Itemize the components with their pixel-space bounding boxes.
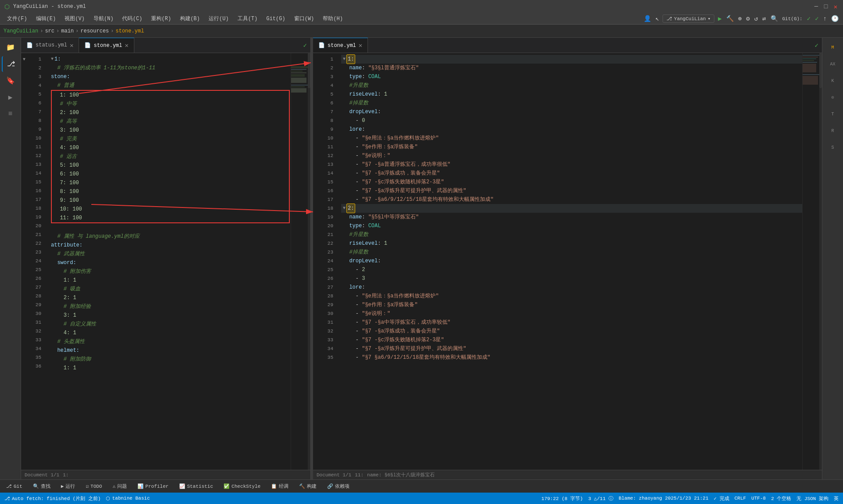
sidebar-icon-commit[interactable]: ⎇ — [2, 56, 19, 72]
git-push[interactable]: ↑ — [822, 14, 828, 23]
toolbar-log[interactable]: 📋 经调 — [268, 482, 291, 490]
left-code-content[interactable]: ▼ 1: # 浮炼石的成功率 1-11为stone的1-11 stone: — [49, 53, 291, 470]
status-errors[interactable]: 3 △/11 ⓘ — [588, 495, 613, 502]
fold-1[interactable]: ▼ — [51, 55, 54, 64]
git-check2[interactable]: ✓ — [814, 14, 819, 23]
line-num-28: 28 — [27, 292, 45, 300]
status-json-schema[interactable]: 无 JSON 架构 — [796, 495, 829, 502]
project-name[interactable]: YangCuiLian — [4, 28, 38, 34]
tab-status-close[interactable]: ✕ — [70, 42, 73, 49]
toolbar-problems[interactable]: ⚠ 问题 — [110, 482, 130, 490]
user-icon[interactable]: 👤 — [643, 14, 652, 23]
code-text-23: # 武器属性 — [51, 250, 85, 258]
close-button[interactable]: ✕ — [832, 4, 839, 10]
status-position[interactable]: 179:22 (8 字节) — [541, 495, 583, 502]
r-code-line-21: #升星数 — [341, 230, 802, 239]
status-encoding[interactable]: UTF-8 — [751, 496, 766, 501]
menu-help[interactable]: 帮助(H) — [319, 14, 346, 23]
translate-icon[interactable]: ⇄ — [761, 14, 767, 23]
sidebar-icon-keypromx[interactable]: K — [824, 73, 842, 89]
status-crlf[interactable]: CRLF — [735, 496, 746, 501]
position-text: 179:22 (8 字节) — [541, 495, 583, 502]
back-icon[interactable]: ↺ — [753, 14, 759, 23]
r-fold-18[interactable]: ▼ — [343, 204, 346, 213]
r-line-num-11: 11 — [319, 143, 337, 151]
app-wrapper: ⬡ YangCuiLian - stone.yml ─ □ ✕ 文件(F) 编辑… — [0, 0, 843, 504]
sidebar-icon-tabnine[interactable]: T — [824, 106, 842, 122]
code-line-19: 11: 100 — [52, 214, 289, 222]
git-check1[interactable]: ✓ — [806, 14, 811, 23]
r-line-num-2: 2 — [319, 64, 337, 72]
menu-file[interactable]: 文件(F) — [4, 14, 31, 23]
line-num-19: 19 — [27, 213, 45, 222]
search-icon[interactable]: 🔍 — [770, 14, 779, 23]
menu-code[interactable]: 代码(C) — [119, 14, 146, 23]
status-lang[interactable]: 英 — [834, 495, 839, 502]
play-icon[interactable]: ▶ — [717, 14, 722, 23]
tab-stone-label: stone.yml — [94, 43, 122, 49]
sidebar-icon-maven[interactable]: M — [824, 39, 842, 55]
menu-refactor[interactable]: 重构(R) — [148, 14, 175, 23]
breadcrumb-resources[interactable]: resources — [80, 28, 109, 34]
maximize-button[interactable]: □ — [823, 4, 829, 10]
clock-icon[interactable]: 🕐 — [830, 14, 839, 23]
line-num-21: 21 — [27, 230, 45, 239]
menu-view[interactable]: 视图(V) — [61, 14, 88, 23]
breadcrumb-main[interactable]: main — [61, 28, 74, 34]
toolbar-git[interactable]: ⎇ Git — [4, 483, 25, 490]
toolbar-search[interactable]: 🔍 查找 — [30, 482, 53, 490]
menu-git[interactable]: Git(G) — [263, 15, 288, 23]
r-code-text-24: dropLevel: — [343, 257, 381, 265]
coverage-icon[interactable]: ⊕ — [737, 14, 742, 23]
log-icon: 📋 — [271, 483, 277, 489]
status-blame[interactable]: Blame: zhaoyang 2025/1/23 21:21 — [619, 496, 709, 501]
arrow-icon[interactable]: ↖ — [655, 14, 660, 23]
build-icon: 🔨 — [299, 483, 305, 489]
menu-build[interactable]: 构建(B) — [177, 14, 204, 23]
status-git-icon[interactable]: ⎇ Auto fetch: finished (片刻 之前) — [4, 495, 101, 502]
status-tabnine[interactable]: ⬡ tabnine Basic — [106, 496, 150, 501]
code-text-18: 10: 100 — [54, 205, 82, 214]
tab-stone-yml[interactable]: 📄 stone.yml ✕ — [79, 38, 134, 53]
status-spaces[interactable]: 2 个空格 — [771, 495, 791, 502]
status-vcs[interactable]: ✓ 完成 — [714, 495, 729, 502]
line-num-30: 30 — [27, 309, 45, 318]
breadcrumb-src[interactable]: src — [45, 28, 54, 34]
tab-stone-close[interactable]: ✕ — [125, 42, 128, 49]
toolbar-todo[interactable]: ☑ TODO — [83, 483, 104, 490]
branch-selector[interactable]: ⎇ YangCuiLian ▾ — [663, 14, 714, 23]
sidebar-icon-run[interactable]: ▶ — [2, 89, 19, 105]
editor-row: 📁 ⎇ 🔖 ▶ ≡ 📄 status.yml ✕ 📄 st — [0, 38, 843, 479]
toolbar-checkstyle[interactable]: ✅ CheckStyle — [221, 483, 263, 490]
sidebar-icon-structure[interactable]: ≡ — [2, 106, 19, 122]
menu-run[interactable]: 运行(U) — [205, 14, 232, 23]
r-fold-1[interactable]: ▼ — [343, 55, 346, 64]
dependency-label: 依赖项 — [335, 483, 349, 490]
code-text-29: # 附加经验 — [51, 302, 91, 311]
right-code-content[interactable]: ▼ 1: name: "§3§l普通浮炼宝石" type: COAL — [341, 53, 802, 470]
sidebar-icon-axcoder[interactable]: AX — [824, 56, 842, 72]
minimize-button[interactable]: ─ — [813, 4, 819, 10]
menu-edit[interactable]: 编辑(E) — [32, 14, 60, 23]
build-icon[interactable]: 🔨 — [725, 14, 735, 23]
tab-right-stone-yml[interactable]: 📄 stone.yml ✕ — [313, 38, 368, 53]
menu-tools[interactable]: 工具(T) — [234, 14, 261, 23]
breadcrumb-file[interactable]: stone.yml — [115, 28, 144, 34]
toolbar-statistic[interactable]: 📈 Statistic — [177, 483, 216, 490]
menu-navigate[interactable]: 导航(N) — [90, 14, 117, 23]
toolbar-profiler[interactable]: 📊 Profiler — [135, 483, 171, 490]
toolbar-dependency[interactable]: 🔗 依赖项 — [324, 482, 352, 490]
sidebar-icon-copilot[interactable]: ⊙ — [824, 89, 842, 105]
right-tab-close[interactable]: ✕ — [359, 42, 362, 49]
tab-status-yml[interactable]: 📄 status.yml ✕ — [21, 38, 79, 53]
sidebar-icon-codegeex[interactable]: S — [824, 139, 842, 155]
menu-window[interactable]: 窗口(W) — [291, 14, 318, 23]
toolbar-run[interactable]: ▶ 运行 — [58, 482, 78, 490]
r-code-line-24: dropLevel: — [341, 257, 802, 265]
sidebar-icon-bookmark[interactable]: 🔖 — [2, 73, 19, 89]
line-num-22: 22 — [27, 239, 45, 248]
settings-icon[interactable]: ⚙ — [745, 14, 750, 23]
sidebar-icon-rest[interactable]: R — [824, 123, 842, 139]
sidebar-icon-explorer[interactable]: 📁 — [2, 39, 19, 55]
toolbar-build[interactable]: 🔨 构建 — [296, 482, 319, 490]
